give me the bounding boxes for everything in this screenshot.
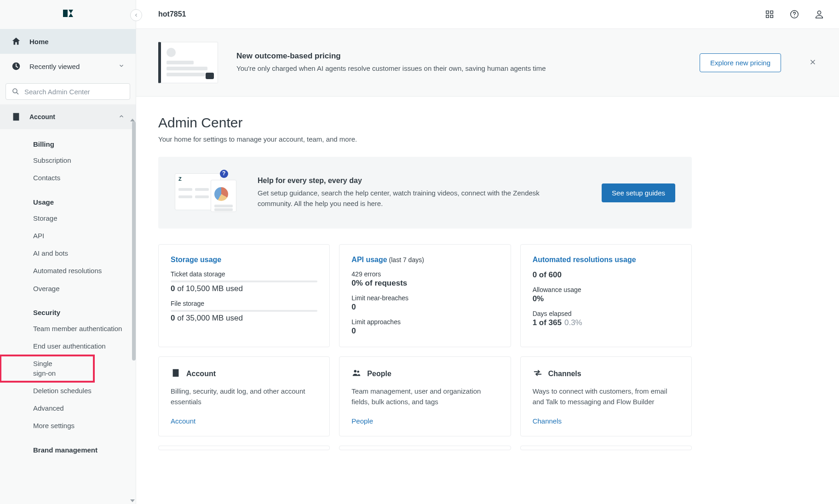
account-card-desc: Billing, security, audit log, and other … [171,386,317,407]
group-brand: Brand management [0,440,136,458]
page-title: Admin Center [158,115,817,131]
home-icon [11,36,21,46]
auto-days-value: 1 of 3650.3% [533,318,679,327]
see-setup-guides-button[interactable]: See setup guides [602,183,675,202]
api-approach-value: 0 [351,326,498,336]
zendesk-logo-icon [62,8,74,21]
file-storage-value: 0 of 35,000 MB used [171,314,317,323]
nav-cards-row: Account Billing, security, audit log, an… [158,356,692,436]
nav-contacts[interactable]: Contacts [0,169,136,187]
auto-days-label: Days elapsed [533,310,679,317]
people-card-desc: Team management, user and organization f… [351,386,498,407]
nav-home-label: Home [29,38,49,46]
nav-more-settings[interactable]: More settings [0,417,136,435]
channels-card-title: Channels [533,368,679,380]
api-usage-card: API usage (last 7 days) 429 errors 0% of… [339,244,511,347]
api-near-label: Limit near-breaches [351,294,498,302]
collapse-sidebar-button[interactable] [130,9,142,21]
close-banner-button[interactable] [809,58,817,68]
auto-allowance-value: 0% [533,294,679,304]
banner-text: New outcome-based pricing You're only ch… [236,52,681,74]
storage-usage-link[interactable]: Storage usage [171,256,317,264]
nav-ai-bots[interactable]: AI and bots [0,245,136,262]
card-placeholder [339,446,511,450]
nav-team-member-auth[interactable]: Team member authentication [0,320,136,338]
auto-main-value: 0 of 600 [533,270,679,280]
people-card: People Team management, user and organiz… [339,356,511,436]
setup-desc: Get setup guidance, search the help cent… [258,188,552,209]
scroll-thumb[interactable] [132,121,136,361]
section-account[interactable]: Account [0,104,136,129]
svg-rect-5 [766,15,769,18]
nav-overage[interactable]: Overage [0,280,136,298]
api-near-value: 0 [351,303,498,312]
search-admin-center[interactable] [6,83,130,100]
people-card-link[interactable]: People [351,417,373,425]
section-account-label: Account [29,113,55,120]
banner-desc: You're only charged when AI agents resol… [236,63,586,74]
help-icon[interactable] [789,9,799,19]
topbar: hot7851 [136,0,839,29]
search-wrap [0,79,136,104]
setup-title: Help for every step, every day [258,177,583,185]
search-icon [11,87,20,96]
clock-icon [11,61,21,71]
channels-card-desc: Ways to connect with customers, from ema… [533,386,679,407]
svg-line-2 [17,92,18,94]
scroll-arrow-down-icon[interactable] [130,499,135,502]
api-errors-label: 429 errors [351,270,498,278]
account-card-link[interactable]: Account [171,417,195,425]
building-icon [11,112,21,122]
account-card-title: Account [171,368,317,380]
nav-storage[interactable]: Storage [0,210,136,227]
nav-recent-label: Recently viewed [29,63,80,70]
nav-home[interactable]: Home [0,29,136,54]
group-security: Security [0,302,136,320]
auto-resolutions-link[interactable]: Automated resolutions usage [533,256,679,264]
file-storage-label: File storage [171,300,317,307]
api-usage-suffix: (last 7 days) [387,256,424,263]
group-usage: Usage [0,192,136,210]
nav-api[interactable]: API [0,227,136,245]
banner-illustration [158,42,218,83]
nav-cards-row-2 [158,446,692,450]
sidebar: Home Recently viewed Account [0,0,136,504]
file-storage-bar [171,310,317,312]
nav-deletion-schedules[interactable]: Deletion schedules [0,382,136,400]
content: Admin Center Your home for settings to m… [136,97,839,478]
usage-cards-row: Storage usage Ticket data storage 0 of 1… [158,244,692,347]
people-card-title: People [351,368,498,380]
card-placeholder [158,446,330,450]
svg-point-9 [817,11,821,14]
svg-rect-4 [770,11,773,14]
logo-row [0,0,136,29]
apps-grid-icon[interactable] [764,9,775,19]
nav-recently-viewed[interactable]: Recently viewed [0,54,136,79]
api-usage-title-row: API usage (last 7 days) [351,256,498,264]
chevron-up-icon [118,113,125,121]
ticket-storage-label: Ticket data storage [171,270,317,278]
pricing-banner: New outcome-based pricing You're only ch… [136,29,839,97]
nav-end-user-auth[interactable]: End user authentication [0,338,136,355]
subnav: Billing Subscription Contacts Usage Stor… [0,129,136,462]
api-usage-link[interactable]: API usage [351,256,387,263]
api-approach-label: Limit approaches [351,318,498,326]
channels-card: Channels Ways to connect with customers,… [520,356,692,436]
svg-point-13 [357,371,360,373]
banner-title: New outcome-based pricing [236,52,681,61]
storage-usage-card: Storage usage Ticket data storage 0 of 1… [158,244,330,347]
svg-point-8 [794,16,794,17]
explore-pricing-button[interactable]: Explore new pricing [700,53,781,72]
nav-single-sign-on[interactable]: Single sign-on [0,355,94,382]
scrollbar[interactable] [132,121,136,498]
channels-card-link[interactable]: Channels [533,417,562,425]
svg-point-12 [354,370,357,373]
profile-icon[interactable] [814,9,824,19]
ticket-storage-bar [171,281,317,282]
nav-subscription[interactable]: Subscription [0,152,136,169]
ticket-storage-value: 0 of 10,500 MB used [171,284,317,293]
search-input[interactable] [24,88,124,96]
setup-illustration: Z ? [175,170,239,216]
nav-automated-resolutions[interactable]: Automated resolutions [0,262,136,280]
nav-advanced[interactable]: Advanced [0,400,136,417]
